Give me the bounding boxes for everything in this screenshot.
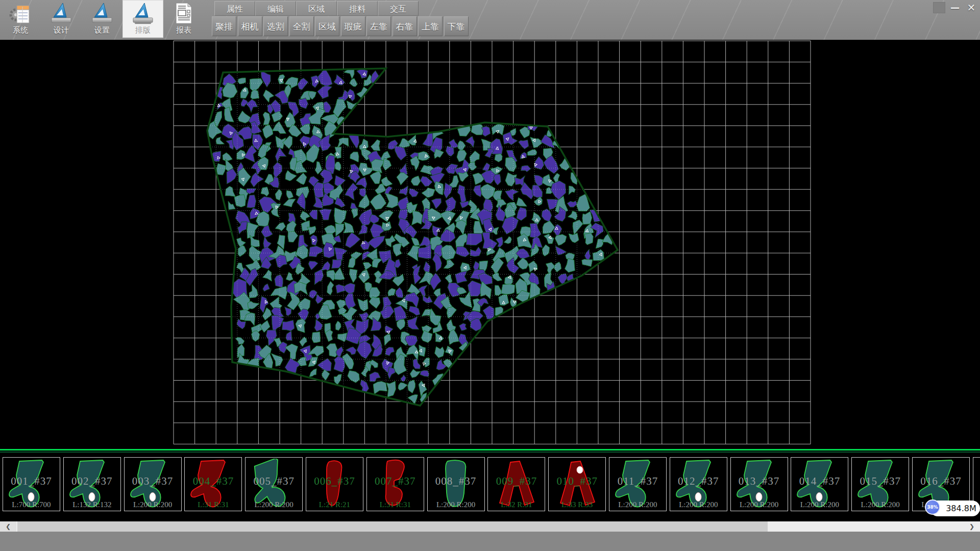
tool-button-区域[interactable]: 区域 [315,16,339,36]
thumbnail-cell[interactable]: 011_#37 L:200 R:200 [609,457,667,511]
piece-name: 0 [973,475,980,488]
thumbnail-cell[interactable]: 015_#37 L:200 R:200 [851,457,909,511]
tool-button-bar: 聚排相机选割全割区域瑕疵左靠右靠上靠下靠 [212,16,470,36]
piece-name: 007_#37 [367,475,424,488]
piece-name: 002_#37 [64,475,120,488]
main-toolbar-label: 报表 [176,25,191,35]
piece-lr-count: L:200 R:200 [428,500,484,509]
thumbnail-cell[interactable]: 004_#37 L:31 R:31 [184,457,242,511]
tool-button-瑕疵[interactable]: 瑕疵 [341,16,365,36]
piece-lr-count: L:200 R:200 [670,500,727,509]
piece-lr-count: L:200 R:200 [852,500,909,509]
menu-tab-交互[interactable]: 交互 [378,1,419,16]
strip-top-line [0,449,980,450]
piece-name: 008_#37 [428,475,484,488]
ruler-icon [132,2,154,25]
thumbnail-cell[interactable]: 014_#37 L:200 R:200 [791,457,848,511]
main-toolbar-label: 排版 [135,25,151,35]
memory-status-badge: 38% 384.8M [925,499,980,517]
thumbnail-cell[interactable]: 003_#37 L:200 R:200 [124,457,182,511]
tool-button-右靠[interactable]: 右靠 [393,16,417,36]
piece-lr-count: L:132 R:132 [64,500,120,509]
tool-button-下靠[interactable]: 下靠 [444,16,469,36]
thumbnail-cell[interactable]: 008_#37 L:200 R:200 [427,457,485,511]
menu-tab-排料[interactable]: 排料 [337,1,378,16]
main-toolbar-button-系统[interactable]: 系统 [0,0,41,38]
thumbnail-cell[interactable]: 002_#37 L:132 R:132 [63,457,121,511]
piece-name: 012_#37 [670,475,727,488]
scrollbar-thumb[interactable] [17,521,768,532]
piece-name: 001_#37 [3,475,60,488]
main-toolbar-label: 设计 [54,25,69,35]
thumbnail-cell[interactable]: 007_#37 L:31 R:31 [366,457,424,511]
piece-lr-count: L:33 R:33 [549,500,605,509]
minimize-button[interactable]: — [948,2,962,13]
horizontal-scrollbar: ❮ ❯ [0,521,980,532]
strip-second-line [0,452,980,453]
piece-lr-count: L:21 R:21 [306,500,363,509]
piece-name: 010_#37 [549,475,605,488]
piece-name: 016_#37 [913,475,969,488]
main-toolbar-label: 设置 [94,25,110,35]
status-bar [0,532,980,551]
piece-lr-count: L:700 R:700 [3,500,60,509]
piece-name: 011_#37 [609,475,666,488]
piece-name: 015_#37 [852,475,909,488]
tool-button-选割[interactable]: 选割 [263,16,288,36]
piece-lr-count: L:31 R:31 [367,500,424,509]
thumbnail-cell[interactable]: 012_#37 L:200 R:200 [670,457,727,511]
tool-button-相机[interactable]: 相机 [238,16,262,36]
piece-name: 005_#37 [246,475,302,488]
titlebar-toolbar: 系统设计设置排版报表 属性编辑区域排料交互 聚排相机选割全割区域瑕疵左靠右靠上靠… [0,0,980,40]
piece-lr-count: L:200 R:200 [791,500,848,509]
piece-lr-count: L:31 R:31 [185,500,241,509]
thumbnail-cell[interactable]: 009_#37 L:32 R:31 [487,457,545,511]
thumbnail-cell[interactable]: 001_#37 L:700 R:700 [3,457,60,511]
tool-button-左靠[interactable]: 左靠 [366,16,391,36]
piece-name: 014_#37 [791,475,848,488]
window-controls: — ✕ [933,2,978,13]
gear-document-icon [9,2,32,25]
menu-tab-属性[interactable]: 属性 [214,1,255,16]
piece-name: 013_#37 [731,475,788,488]
piece-name: 009_#37 [488,475,545,488]
piece-lr-count: L:200 R:200 [609,500,666,509]
thumbnail-cell[interactable]: 005_#37 L:200 R:200 [245,457,303,511]
tool-button-上靠[interactable]: 上靠 [418,16,443,36]
piece-name: 004_#37 [185,475,241,488]
menu-tab-编辑[interactable]: 编辑 [255,1,296,16]
memory-value: 384.8M [944,500,978,516]
piece-lr-count: L:32 R:31 [488,500,545,509]
menu-tab-区域[interactable]: 区域 [296,1,337,16]
main-toolbar-button-报表[interactable]: 报表 [163,0,204,38]
tool-button-全割[interactable]: 全割 [289,16,314,36]
main-toolbar-label: 系统 [13,25,28,35]
piece-lr-count: L:200 R:200 [246,500,302,509]
menu-tab-bar: 属性编辑区域排料交互 [214,1,419,16]
main-toolbar-button-排版[interactable]: 排版 [122,0,163,38]
piece-name: 003_#37 [125,475,181,488]
maximize-button[interactable] [933,2,945,13]
piece-thumbnail-strip: 001_#37 L:700 R:700 002_#37 L:132 R:132 … [0,449,980,521]
main-toolbar: 系统设计设置排版报表 [0,0,204,38]
ruler-icon [50,2,72,25]
piece-lr-count: L:200 R:200 [731,500,788,509]
memory-percent: 38% [927,505,938,510]
scroll-right-arrow-icon[interactable]: ❯ [964,521,980,532]
nesting-canvas[interactable] [0,40,980,449]
main-toolbar-button-设置[interactable]: 设置 [82,0,122,38]
main-toolbar-button-设计[interactable]: 设计 [41,0,82,38]
thumbnail-cell[interactable]: 013_#37 L:200 R:200 [730,457,788,511]
ruler-icon [91,2,113,25]
thumbnail-cell[interactable]: 010_#37 L:33 R:33 [548,457,606,511]
memory-percent-indicator: 38% [925,499,940,515]
piece-name: 006_#37 [306,475,363,488]
scroll-left-arrow-icon[interactable]: ❮ [0,521,16,532]
thumbnail-cell[interactable]: 006_#37 L:21 R:21 [306,457,363,511]
report-icon [173,2,195,25]
piece-lr-count: L:200 R:200 [125,500,181,509]
close-button[interactable]: ✕ [965,2,978,13]
tool-button-聚排[interactable]: 聚排 [212,16,236,36]
canvas-area [0,40,980,449]
